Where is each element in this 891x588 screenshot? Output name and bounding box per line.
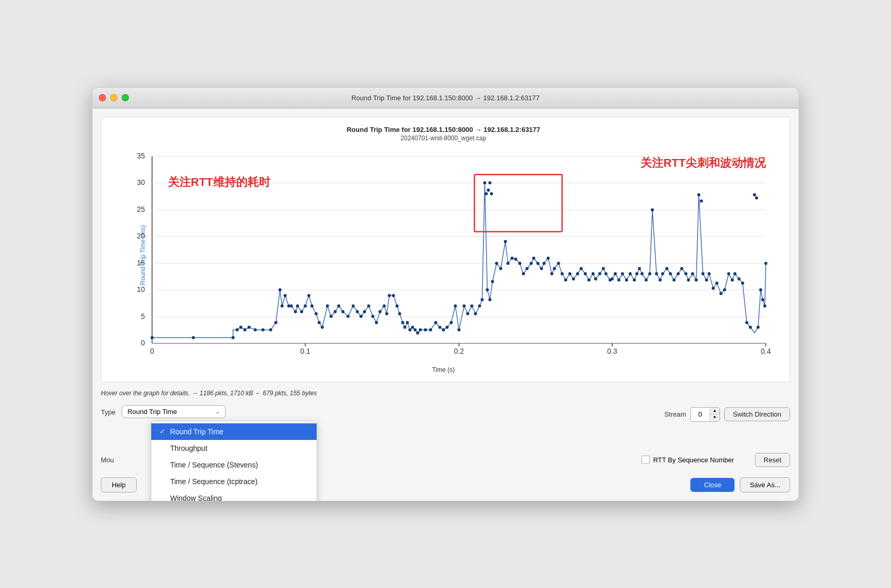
svg-point-80 — [424, 328, 427, 331]
close-button[interactable]: Close — [690, 478, 735, 492]
svg-point-140 — [628, 272, 632, 275]
svg-point-67 — [385, 312, 388, 315]
svg-point-47 — [307, 294, 310, 297]
svg-point-107 — [510, 257, 514, 260]
svg-point-113 — [532, 257, 535, 260]
svg-point-98 — [488, 181, 491, 184]
save-as-button[interactable]: Save As... — [740, 477, 790, 492]
minimize-window-button[interactable] — [110, 94, 117, 101]
svg-point-82 — [434, 321, 437, 324]
svg-text:0.2: 0.2 — [454, 346, 464, 355]
svg-point-141 — [633, 278, 636, 282]
svg-point-106 — [506, 262, 509, 265]
svg-point-158 — [691, 272, 694, 275]
svg-point-84 — [442, 328, 445, 331]
help-button[interactable]: Help — [101, 477, 137, 492]
svg-point-168 — [723, 288, 726, 291]
svg-point-66 — [383, 304, 386, 308]
svg-point-101 — [488, 298, 491, 301]
svg-point-164 — [707, 272, 711, 275]
svg-point-59 — [356, 310, 359, 313]
svg-point-49 — [315, 312, 318, 315]
svg-point-160 — [697, 193, 700, 196]
svg-point-99 — [490, 192, 493, 195]
svg-point-34 — [254, 328, 257, 331]
stream-down-button[interactable]: ▼ — [710, 415, 719, 421]
dropdown-item-rtt[interactable]: ✓ Round Trip Time — [151, 423, 317, 440]
reset-button[interactable]: Reset — [755, 453, 790, 467]
svg-point-81 — [429, 328, 432, 331]
stream-input-box: ▲ ▼ — [690, 407, 720, 422]
svg-point-43 — [294, 310, 297, 313]
svg-point-155 — [680, 267, 684, 270]
svg-point-125 — [576, 272, 579, 275]
svg-point-74 — [406, 321, 409, 324]
svg-point-61 — [363, 310, 366, 313]
close-window-button[interactable] — [99, 94, 106, 101]
svg-point-72 — [401, 321, 404, 324]
chart-title: Round Trip Time for 192.168.1.150:8000 →… — [106, 126, 781, 133]
chart-container: Round Trip Time for 192.168.1.150:8000 →… — [101, 117, 790, 382]
svg-point-50 — [318, 321, 321, 324]
svg-point-108 — [514, 258, 517, 261]
svg-point-36 — [269, 328, 272, 331]
svg-text:30: 30 — [137, 178, 145, 186]
svg-point-171 — [733, 272, 737, 275]
svg-point-32 — [243, 328, 246, 331]
svg-point-169 — [727, 272, 730, 275]
svg-point-64 — [375, 321, 378, 324]
titlebar: Round Trip Time for 192.168.1.150:8000 →… — [93, 88, 798, 109]
svg-point-35 — [261, 328, 265, 331]
svg-point-46 — [304, 304, 307, 308]
type-dropdown-button[interactable]: Round Trip Time ⌄ — [122, 405, 226, 418]
x-axis-label: Time (s) — [106, 366, 781, 373]
svg-point-60 — [359, 315, 362, 318]
svg-point-162 — [701, 272, 704, 275]
svg-point-143 — [638, 267, 641, 270]
dropdown-item-stevens[interactable]: Time / Sequence (Stevens) — [151, 457, 317, 473]
svg-point-88 — [457, 328, 461, 331]
svg-point-165 — [712, 287, 715, 290]
switch-direction-button[interactable]: Switch Direction — [724, 407, 790, 421]
svg-point-39 — [281, 304, 284, 308]
rtt-by-seq-label[interactable]: RTT By Sequence Number — [641, 456, 734, 464]
svg-point-174 — [745, 321, 749, 324]
svg-point-71 — [398, 312, 401, 315]
rtt-by-seq-checkbox[interactable] — [641, 456, 650, 464]
dropdown-item-tcptrace[interactable]: Time / Sequence (tcptrace) — [151, 473, 317, 490]
chart-area: Round Trip Time (ms) .grid-line { stroke… — [106, 146, 781, 364]
dropdown-item-window[interactable]: Window Scaling — [151, 490, 317, 501]
stream-up-button[interactable]: ▲ — [710, 408, 719, 415]
maximize-window-button[interactable] — [122, 94, 129, 101]
svg-point-154 — [677, 272, 680, 275]
stream-input[interactable] — [691, 408, 710, 420]
svg-point-177 — [755, 196, 758, 199]
svg-text:20: 20 — [137, 231, 145, 239]
chevron-down-icon: ⌄ — [215, 408, 220, 415]
svg-point-130 — [594, 277, 597, 280]
svg-point-55 — [337, 304, 340, 308]
mouse-label: Mou — [101, 456, 114, 464]
svg-point-148 — [655, 272, 658, 275]
svg-point-136 — [614, 272, 617, 275]
svg-point-138 — [621, 272, 624, 275]
svg-point-124 — [572, 277, 575, 280]
svg-point-42 — [290, 304, 293, 308]
svg-point-78 — [416, 331, 420, 335]
svg-point-166 — [715, 282, 718, 285]
svg-point-29 — [231, 336, 234, 339]
svg-point-91 — [470, 304, 474, 308]
svg-point-172 — [738, 277, 741, 280]
svg-point-70 — [396, 304, 399, 308]
svg-point-116 — [543, 262, 546, 265]
controls-row-1: Type Round Trip Time ⌄ ✓ Round Trip Time… — [101, 405, 790, 422]
svg-point-87 — [454, 304, 457, 308]
svg-point-90 — [466, 312, 469, 315]
chart-subtitle: 20240701-wnd-8000_wget.cap — [106, 135, 781, 142]
svg-point-111 — [526, 267, 529, 270]
type-dropdown-wrapper: Round Trip Time ⌄ ✓ Round Trip Time Thro… — [122, 405, 226, 418]
svg-point-137 — [617, 278, 620, 282]
svg-point-152 — [669, 272, 672, 275]
dropdown-item-throughput[interactable]: Throughput — [151, 440, 317, 457]
type-dropdown-menu: ✓ Round Trip Time Throughput Time / Sequ… — [151, 421, 317, 501]
